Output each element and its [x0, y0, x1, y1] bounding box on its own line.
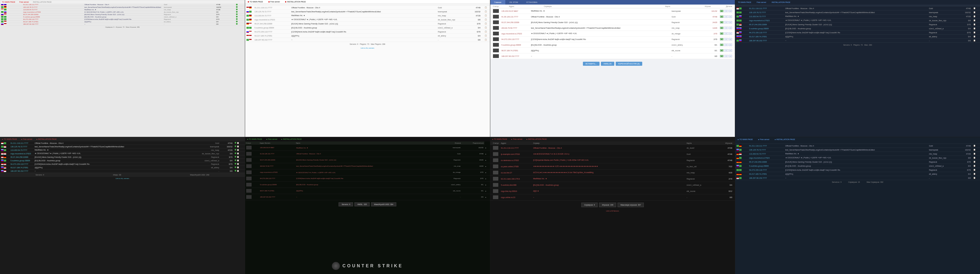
server-card[interactable]: 62.211.dark.168.175:8 MadMass Inc. ★ Rag…	[490, 176, 735, 182]
copy-icon[interactable]: 📋	[237, 152, 239, 154]
action-icon[interactable]: 📋	[973, 145, 976, 147]
nav-free[interactable]: ▸ Free server	[266, 138, 278, 140]
connect-icon[interactable]: ▸	[485, 153, 486, 155]
nav-free[interactable]: ▸ Free server	[21, 138, 32, 140]
info-button[interactable]: i	[724, 10, 728, 12]
connect-button[interactable]: ▸	[720, 38, 724, 41]
server-row[interactable]: 91.211.118.111:7777 Official Frontline -…	[0, 141, 245, 145]
copy-icon[interactable]: 📋	[485, 31, 487, 32]
copy-icon[interactable]: 📋	[485, 35, 487, 36]
server-row[interactable]: 95.37.244.250:22009 [EU/UK] Mens Gaming …	[0, 13, 244, 16]
server-row[interactable]: 135.125.78.72:7777 test_ServerNameThatsO…	[0, 6, 244, 8]
info-button[interactable]: i	[724, 27, 728, 29]
btn-root[interactable]: КОРЕННОЙ КОСТЯК (0)	[616, 62, 642, 66]
info-button[interactable]: i	[724, 32, 728, 35]
copy-icon[interactable]: 📋	[485, 27, 487, 29]
server-row[interactable]: 135.125.78.72:7777 test_ServerNameThatsO…	[735, 148, 980, 152]
play-icon[interactable]	[235, 159, 236, 161]
action-icon[interactable]: 📋	[973, 19, 976, 21]
action-icon[interactable]: 📋	[973, 173, 976, 175]
action-icon[interactable]: 📋	[973, 153, 976, 155]
server-row[interactable]: 189.297.90.152:7777 ~ - 0/0 📋	[0, 169, 245, 173]
server-card[interactable]: 91.36.128.131:7777 Official Frontline - …	[490, 14, 735, 20]
action-icon[interactable]: 📋	[973, 11, 976, 13]
server-row[interactable]: 5.vudmics.group:20009 [EU] BLOOD - 4vudm…	[735, 164, 980, 168]
copy-icon[interactable]: 📋	[485, 19, 487, 21]
info-button[interactable]: i	[724, 21, 728, 24]
copy-icon[interactable]: 📋	[485, 11, 487, 12]
nav-install[interactable]: ▸ INSTALLATION PAGE	[37, 138, 57, 140]
server-row[interactable]: 94.273.159.110:7777 [CZ/SK]Hemi-incha Jh…	[245, 176, 490, 182]
server-row[interactable]: 91.211.118.111:7777 Official Frontline -…	[0, 3, 244, 6]
action-icon[interactable]: 📋	[973, 149, 976, 150]
server-row[interactable]: 113.203.54.73:7777 MadMass Inc. ★ mis_he…	[735, 14, 980, 19]
play-icon[interactable]	[235, 166, 236, 168]
nav-free[interactable]: Free server	[757, 2, 766, 3]
connect-button[interactable]: ▸	[720, 21, 724, 24]
server-row[interactable]: csgo.moonshot.io:27023 ★ CEGOZONALT ★ | …	[735, 156, 980, 160]
action-icon[interactable]: 📋	[973, 23, 976, 25]
nav-free[interactable]: ▸ Free server	[511, 138, 522, 140]
all-link[interactable]: Link to All Servers	[490, 209, 735, 212]
action-icon[interactable]: 📋	[973, 161, 976, 163]
info-button[interactable]: i	[724, 15, 728, 18]
server-row[interactable]: 93.217.189.74.27051 Δ]Q(FPo) etl_ablery …	[0, 21, 244, 23]
server-card[interactable]: ip.example.com:27016 ★★★CEGOZONALT ★ 16.…	[490, 151, 735, 157]
server-row[interactable]: 93.217.189.74.27051 Δ]Q(FPo) etl_ablery …	[735, 172, 980, 176]
server-row[interactable]: 94.273.159.110:7777 [CZ/SK]Hemi-incha Jh…	[245, 30, 490, 34]
copy-icon[interactable]: 📋	[237, 142, 239, 144]
nav-install[interactable]: ▸ INSTALLATION PAGE	[527, 138, 547, 140]
tab-install[interactable]: УСТАНОВКА	[522, 0, 541, 5]
copy-icon[interactable]: 📋	[237, 163, 239, 165]
more-button[interactable]: ⋯	[729, 38, 732, 41]
info-button[interactable]: i	[724, 55, 728, 57]
nav-main[interactable]: TO MAIN PAGE	[2, 1, 15, 3]
nav-free[interactable]: Free server	[269, 1, 280, 3]
connect-button[interactable]: ▸	[720, 27, 724, 29]
server-row[interactable]: 95.37.244.250:22009 [EU/UK] Mens Gaming …	[245, 22, 490, 26]
connect-button[interactable]: ▸	[720, 10, 724, 12]
copy-icon[interactable]: 📋	[237, 149, 239, 151]
more-button[interactable]: ⋯	[729, 43, 732, 46]
connect-icon[interactable]: ▸	[485, 166, 486, 167]
server-row[interactable]: 135.125.78.72:7777 test_ServerNameThatsO…	[735, 11, 980, 14]
btn-srv[interactable]: Серверов: 9	[581, 203, 598, 207]
server-row[interactable]: 113.203.54.73:7777 MadMass Inc. ★ mis_he…	[735, 152, 980, 156]
nav-main[interactable]: ▸ TO MAIN PAGE	[492, 138, 508, 140]
server-card[interactable]: csgo.online.re:23 ~ - 0/0	[490, 194, 735, 201]
copy-icon[interactable]: 📋	[237, 159, 239, 161]
copy-icon[interactable]: 📋	[237, 170, 239, 172]
nav-install[interactable]: INSTALLATION PAGE	[772, 2, 791, 3]
server-card[interactable]: 98.57.189.74.27051 Δ]Q(FPo) etk_noone 0/…	[490, 48, 735, 54]
copy-icon[interactable]: 📋	[237, 146, 239, 147]
server-row[interactable]: csgo.moonshot.io:27023 ★ CEGOZONALT ★ | …	[735, 19, 980, 22]
action-icon[interactable]: 📋	[973, 15, 976, 17]
server-row[interactable]: 135.293.53.97:8867 MadMass Inc. ★ teamsp…	[245, 145, 490, 151]
connect-icon[interactable]: ▸	[485, 196, 486, 198]
server-row[interactable]: 93.217.189.74.27051 Δ]Q(FPo) etl_ablery …	[0, 166, 245, 169]
connect-button[interactable]: ▸	[720, 55, 724, 57]
server-row[interactable]: 98.57.189.74.27051 Δ]Q(FPo) etk_noone 0/…	[245, 188, 490, 194]
server-row[interactable]: csgo.moonshot.io:27023 ★ CEGOZONALT ★ | …	[245, 18, 490, 22]
more-button[interactable]: ⋯	[729, 49, 732, 52]
server-row[interactable]: csgo.moonshot.io:27023 ★ CEGOZONALT ★ | …	[245, 169, 490, 176]
server-row[interactable]: 5.vudmics.group:20009 [EU] BLOOD - 4vudm…	[0, 16, 244, 18]
server-row[interactable]: 91.211.118.111:7777 Official Frontline -…	[735, 144, 980, 148]
btn-hmsl[interactable]: HMSL/JS	[601, 62, 614, 66]
play-icon[interactable]	[235, 163, 236, 165]
server-card[interactable]: 91.211.118.111:7777 Official Frontline -…	[490, 145, 735, 151]
action-icon[interactable]: 📋	[973, 40, 976, 41]
play-icon[interactable]	[235, 146, 236, 147]
play-icon[interactable]	[235, 156, 236, 158]
play-icon[interactable]	[235, 149, 236, 150]
server-row[interactable]: 95.37.244.250:22009 [EU/UK] Mens Gaming …	[0, 155, 245, 159]
nav-free[interactable]: ▸ Free server	[758, 138, 770, 141]
action-icon[interactable]: 📋	[973, 169, 976, 171]
server-row[interactable]: 94.273.159.110:7777 [CZ/SK]Hemi-incha Jh…	[735, 168, 980, 172]
server-row[interactable]: 93.37.244.250:22009 [EU/UK] Mens Gaming …	[245, 157, 490, 163]
server-row[interactable]: 95.37.244.250:22009 [EU/UK] Mens Gaming …	[735, 22, 980, 27]
server-row[interactable]: 113.203.54.73:7777 MadMass Inc. ★ mis_he…	[0, 149, 245, 152]
server-row[interactable]: 94.273.159.110:7777 [CZ/SK]Hemi-incha Jh…	[0, 162, 245, 166]
nav-install[interactable]: ▸ INSTALLATION PAGE	[282, 138, 302, 140]
btn-max[interactable]: Максимум игроков: 397	[617, 203, 644, 207]
